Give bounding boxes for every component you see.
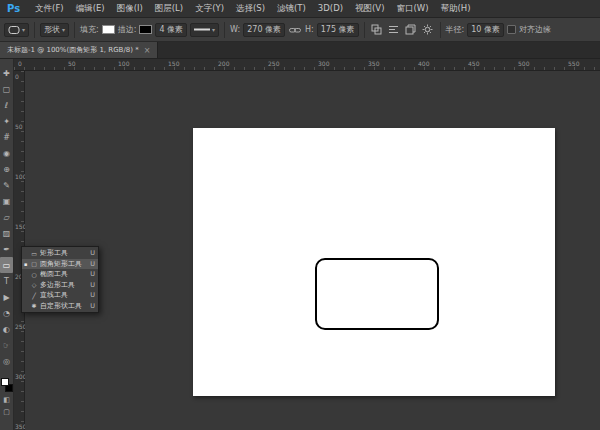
menu-item-2[interactable]: 编辑(E) [70,0,111,17]
圆角矩形工具-icon: ▢ [30,260,38,267]
ruler-number: 100 [118,60,129,67]
flyout-item-shortcut: U [90,249,95,257]
menu-item-9[interactable]: 视图(V) [349,0,390,17]
options-bar: ▾ 形状 ▾ 填充: 描边: 4 像素 ▾ W: 270 像素 H: [0,18,600,42]
quick-mask-icon[interactable]: ◧ [3,396,10,404]
menu-item-10[interactable]: 窗口(W) [390,0,434,17]
lasso-tool[interactable]: ℓ [0,97,13,113]
path-selection-tool[interactable]: ▶ [0,289,13,305]
pen-tool[interactable]: ✒ [0,241,13,257]
menubar: Ps 文件(F)编辑(E)图像(I)图层(L)文字(Y)选择(S)滤镜(T)3D… [0,0,600,18]
brush-tool[interactable]: ✎ [0,177,13,193]
divider [224,22,225,38]
width-label: W: [230,25,240,34]
menu-item-5[interactable]: 文字(Y) [189,0,230,17]
stroke-width-field[interactable]: 4 像素 [155,23,187,37]
shape-tool[interactable]: ▭ [0,257,13,273]
flyout-item-shortcut: U [90,302,95,310]
screen-mode-icon[interactable]: ▢ [3,408,10,416]
foreground-color-swatch[interactable] [1,378,9,386]
直线工具-icon: ╱ [30,292,38,299]
height-field[interactable]: 175 像素 [317,23,359,37]
align-edges-checkbox[interactable] [507,25,516,34]
tool-preset-dropdown[interactable]: ▾ [4,23,29,37]
path-operations-icon[interactable] [370,23,384,37]
flyout-item-label: 圆角矩形工具 [40,259,88,269]
menu-item-1[interactable]: 文件(F) [29,0,70,17]
ruler-number: 0 [15,73,19,80]
path-alignment-icon[interactable] [387,23,401,37]
height-label: H: [305,25,314,34]
矩形工具-icon: ▭ [30,250,38,257]
rounded-rectangle-shape[interactable] [315,258,439,330]
menu-item-4[interactable]: 图层(L) [149,0,189,17]
flyout-item-3[interactable]: ○椭圆工具U [22,269,98,280]
canvas-workspace[interactable] [25,71,600,430]
flyout-item-shortcut: U [90,281,95,289]
width-field[interactable]: 270 像素 [243,23,285,37]
flyout-item-5[interactable]: ╱直线工具U [22,290,98,301]
radius-field[interactable]: 10 像素 [467,23,504,37]
hand-tool[interactable]: ☞ [0,337,13,353]
flyout-item-6[interactable]: ✱自定形状工具U [22,301,98,312]
color-swatches[interactable] [1,378,13,392]
ruler-number: 200 [218,60,229,67]
fill-swatch[interactable] [102,25,115,34]
menu-item-8[interactable]: 3D(D) [312,0,349,17]
document-canvas[interactable] [193,128,555,396]
ruler-number: 350 [368,60,379,67]
flyout-item-4[interactable]: ◇多边形工具U [22,280,98,291]
flyout-item-1[interactable]: ▭矩形工具U [22,248,98,259]
quick-selection-tool[interactable]: ✦ [0,113,13,129]
rounded-rect-tool-icon [8,25,20,35]
document-tab-bar: 未标题-1 @ 100%(圆角矩形 1, RGB/8) * × [0,42,600,59]
ruler-number: 450 [468,60,479,67]
stroke-label: 描边: [118,24,137,35]
tool-mode-select[interactable]: 形状 ▾ [40,23,69,37]
stroke-swatch[interactable] [139,25,152,34]
eyedropper-tool[interactable]: ◉ [0,145,13,161]
flyout-item-2[interactable]: ▪▢圆角矩形工具U [22,259,98,270]
ruler-number: 50 [68,60,76,67]
canvas-column: 050100150200250300350400450500550 050100… [14,59,600,430]
stroke-type-select[interactable]: ▾ [190,23,219,37]
椭圆工具-icon: ○ [30,271,38,278]
blur-tool[interactable]: ◔ [0,305,13,321]
clone-stamp-tool[interactable]: ▣ [0,193,13,209]
shape-tool-flyout-menu: ▭矩形工具U▪▢圆角矩形工具U○椭圆工具U◇多边形工具U╱直线工具U✱自定形状工… [21,246,99,313]
menu-item-3[interactable]: 图像(I) [111,0,149,17]
photoshop-window: Ps 文件(F)编辑(E)图像(I)图层(L)文字(Y)选择(S)滤镜(T)3D… [0,0,600,430]
work-row: 050100150200250300350 [14,71,600,430]
height-value: 175 像素 [321,24,355,35]
main-content: ✚▢ℓ✦#◉⊕✎▣▱▨✒▭T▶◔◐☞◎ ◧ ▢ 0501001502002503… [0,59,600,430]
zoom-tool[interactable]: ◎ [0,353,13,369]
crop-tool[interactable]: # [0,129,13,145]
ruler-number: 550 [568,60,579,67]
tool-mode-value: 形状 [44,24,60,35]
close-icon[interactable]: × [144,46,151,55]
flyout-item-shortcut: U [90,270,95,278]
horizontal-ruler[interactable]: 050100150200250300350400450500550 [14,59,600,71]
link-dimensions-icon[interactable] [288,23,302,37]
dodge-tool[interactable]: ◐ [0,321,13,337]
photoshop-logo: Ps [7,3,20,14]
menu-item-6[interactable]: 选择(S) [230,0,271,17]
healing-brush-tool[interactable]: ⊕ [0,161,13,177]
move-tool[interactable]: ✚ [0,65,13,81]
tools-panel: ✚▢ℓ✦#◉⊕✎▣▱▨✒▭T▶◔◐☞◎ ◧ ▢ [0,59,14,430]
radius-value: 10 像素 [471,24,500,35]
type-tool[interactable]: T [0,273,13,289]
menu-item-11[interactable]: 帮助(H) [435,0,477,17]
marquee-tool[interactable]: ▢ [0,81,13,97]
active-tool-marker: ▪ [24,261,28,267]
gradient-tool[interactable]: ▨ [0,225,13,241]
document-tab[interactable]: 未标题-1 @ 100%(圆角矩形 1, RGB/8) * × [0,42,158,58]
flyout-item-shortcut: U [90,260,95,268]
divider [74,22,75,38]
gear-icon[interactable] [421,23,435,37]
menu-item-7[interactable]: 滤镜(T) [271,0,312,17]
eraser-tool[interactable]: ▱ [0,209,13,225]
path-arrangement-icon[interactable] [404,23,418,37]
chevron-down-icon: ▾ [62,26,65,33]
ruler-number: 250 [268,60,279,67]
